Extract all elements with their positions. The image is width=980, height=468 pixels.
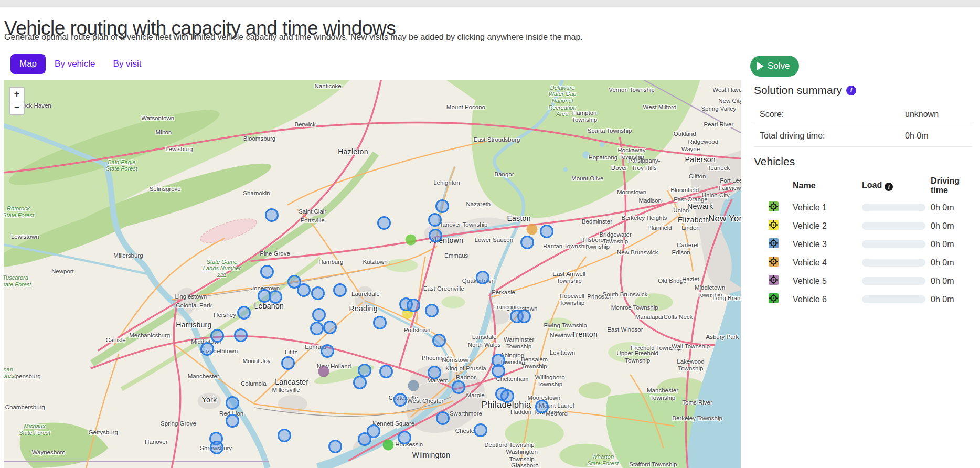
visit-marker[interactable] <box>393 393 407 407</box>
vehicle-name: Vehicle 2 <box>793 217 862 235</box>
page-subtitle: Generate optimal route plan of a vehicle… <box>4 33 583 42</box>
vehicle-row: Vehicle 40h 0m <box>769 253 972 272</box>
vehicle-icon-column <box>769 173 793 198</box>
visit-marker[interactable] <box>353 376 367 389</box>
vehicle-name: Vehicle 6 <box>793 290 862 309</box>
visit-marker[interactable] <box>377 216 391 230</box>
vehicle-crosshair-icon <box>769 257 779 267</box>
visit-marker[interactable] <box>278 429 291 442</box>
visit-marker[interactable] <box>540 225 553 238</box>
solve-button[interactable]: Solve <box>750 56 799 77</box>
visit-marker[interactable] <box>200 342 214 356</box>
vehicle-load-bar <box>862 222 925 230</box>
visit-marker[interactable] <box>210 329 224 343</box>
map-zoom-control: + − <box>9 87 25 115</box>
tab-map[interactable]: Map <box>10 54 46 74</box>
play-icon <box>757 62 764 70</box>
visit-marker[interactable] <box>226 396 239 410</box>
visit-marker[interactable] <box>520 236 534 249</box>
vehicle-icon-cell <box>769 272 793 290</box>
summary-row-value: 0h 0m <box>905 131 928 141</box>
depot-marker[interactable] <box>405 234 416 245</box>
vehicle-crosshair-icon <box>769 275 779 285</box>
visit-marker[interactable] <box>429 229 442 242</box>
visit-marker[interactable] <box>269 290 282 304</box>
tab-by-vehicle[interactable]: By vehicle <box>46 54 104 74</box>
visit-marker[interactable] <box>312 308 326 322</box>
right-panel: Solution summary i Score:unknownTotal dr… <box>754 84 972 309</box>
summary-row-label: Total driving time: <box>760 131 905 141</box>
depot-marker[interactable] <box>383 440 394 451</box>
load-info-icon[interactable]: i <box>885 183 893 191</box>
visit-marker[interactable] <box>333 283 347 297</box>
visit-marker[interactable] <box>425 304 439 317</box>
visit-marker[interactable] <box>310 322 324 335</box>
visit-marker[interactable] <box>367 424 380 438</box>
vehicle-name: Vehicle 1 <box>793 198 862 217</box>
visit-marker[interactable] <box>407 299 420 312</box>
vehicles-heading: Vehicles <box>754 155 972 168</box>
vehicle-icon-cell <box>769 290 793 309</box>
depot-marker[interactable] <box>318 366 329 377</box>
visit-marker[interactable] <box>265 208 279 222</box>
visit-marker[interactable] <box>452 380 465 394</box>
visit-marker[interactable] <box>297 283 311 297</box>
visit-marker[interactable] <box>373 316 387 329</box>
vehicle-crosshair-icon <box>769 293 779 303</box>
visit-marker[interactable] <box>492 364 505 378</box>
tab-by-visit[interactable]: By visit <box>104 54 151 74</box>
vehicle-crosshair-icon <box>769 220 779 230</box>
vehicle-row: Vehicle 30h 0m <box>769 235 972 253</box>
vehicle-driving-time: 0h 0m <box>931 198 972 217</box>
visit-marker[interactable] <box>517 310 531 323</box>
visit-marker[interactable] <box>237 306 251 320</box>
map[interactable]: Lock HavenNanticokeMount PoconoWatsontow… <box>4 80 741 468</box>
visit-marker[interactable] <box>436 411 450 425</box>
visit-marker[interactable] <box>428 213 442 227</box>
vehicle-driving-time: 0h 0m <box>931 253 972 272</box>
visit-marker[interactable] <box>379 365 393 378</box>
vehicle-load-cell <box>862 290 931 309</box>
visit-marker[interactable] <box>234 328 248 342</box>
visit-marker[interactable] <box>323 321 337 334</box>
visit-marker[interactable] <box>226 414 239 428</box>
visit-marker[interactable] <box>210 441 223 454</box>
vehicle-row: Vehicle 10h 0m <box>769 198 972 217</box>
map-terrain <box>4 80 741 468</box>
vehicles-table: Name Loadi Driving time Vehicle 10h 0mVe… <box>769 173 972 309</box>
load-label: Load <box>862 180 882 189</box>
visit-marker[interactable] <box>321 344 334 358</box>
vehicle-row: Vehicle 20h 0m <box>769 217 972 235</box>
visit-marker[interactable] <box>328 440 342 453</box>
vehicle-load-cell <box>862 217 931 235</box>
solution-summary-rows: Score:unknownTotal driving time:0h 0m <box>754 104 972 147</box>
summary-row: Total driving time:0h 0m <box>754 125 972 147</box>
info-icon[interactable]: i <box>846 86 856 95</box>
visit-marker[interactable] <box>398 431 411 444</box>
solve-button-label: Solve <box>768 61 790 71</box>
visit-marker[interactable] <box>474 423 487 437</box>
vehicle-load-bar <box>862 259 925 267</box>
depot-marker[interactable] <box>408 380 419 391</box>
vehicle-icon-cell <box>769 217 793 235</box>
visit-marker[interactable] <box>281 356 295 370</box>
visit-marker[interactable] <box>535 400 549 413</box>
vehicle-name: Vehicle 3 <box>793 235 862 253</box>
summary-row: Score:unknown <box>754 104 972 125</box>
visit-marker[interactable] <box>432 334 446 347</box>
depot-marker[interactable] <box>527 224 538 235</box>
vehicle-load-cell <box>862 198 931 217</box>
visit-marker[interactable] <box>311 286 325 300</box>
summary-row-label: Score: <box>760 110 905 119</box>
vehicle-load-bar <box>862 240 925 248</box>
vehicle-load-bar <box>862 277 925 285</box>
visit-marker[interactable] <box>260 265 274 279</box>
visit-marker[interactable] <box>428 366 441 379</box>
visit-marker[interactable] <box>476 271 489 284</box>
visit-marker[interactable] <box>500 389 514 403</box>
visit-marker[interactable] <box>435 199 449 213</box>
vehicle-driving-time: 0h 0m <box>931 217 972 235</box>
zoom-out-button[interactable]: − <box>10 101 24 114</box>
zoom-in-button[interactable]: + <box>10 88 24 101</box>
tab-bar: MapBy vehicleBy visit <box>10 54 150 74</box>
